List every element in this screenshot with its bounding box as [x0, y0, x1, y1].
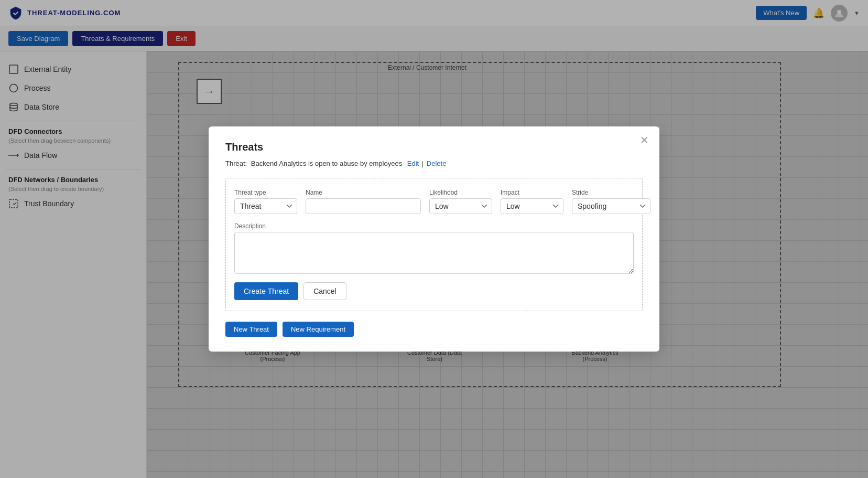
form-row-1: Threat type Threat Vulnerability Control…: [234, 189, 634, 214]
threat-description: Backend Analytics is open to abuse by em…: [251, 160, 402, 167]
impact-select[interactable]: Low Medium High: [501, 198, 563, 214]
new-threat-button[interactable]: New Threat: [225, 322, 277, 337]
separator: |: [422, 160, 424, 167]
likelihood-label: Likelihood: [429, 189, 492, 196]
modal-title: Threats: [225, 141, 643, 153]
cancel-button[interactable]: Cancel: [303, 282, 346, 300]
impact-group: Impact Low Medium High: [501, 189, 563, 214]
stride-select[interactable]: Spoofing Tampering Repudiation Informati…: [572, 198, 650, 214]
impact-label: Impact: [501, 189, 563, 196]
description-label: Description: [234, 222, 634, 230]
delete-link[interactable]: Delete: [427, 160, 447, 167]
threat-type-group: Threat type Threat Vulnerability Control: [234, 189, 297, 214]
form-area: Threat type Threat Vulnerability Control…: [225, 178, 643, 311]
edit-link[interactable]: Edit: [407, 160, 419, 167]
likelihood-select[interactable]: Low Medium High: [429, 198, 492, 214]
modal-footer: New Threat New Requirement: [225, 322, 643, 337]
modal-overlay: Threats ✕ Threat: Backend Analytics is o…: [0, 0, 868, 478]
likelihood-group: Likelihood Low Medium High: [429, 189, 492, 214]
new-requirement-button[interactable]: New Requirement: [283, 322, 354, 337]
name-input[interactable]: [306, 198, 421, 214]
modal-threat-info: Threat: Backend Analytics is open to abu…: [225, 160, 643, 167]
description-textarea[interactable]: [234, 232, 634, 274]
threats-modal: Threats ✕ Threat: Backend Analytics is o…: [209, 126, 659, 352]
threat-info-prefix: Threat:: [225, 160, 247, 167]
threat-type-label: Threat type: [234, 189, 297, 196]
threat-type-select[interactable]: Threat Vulnerability Control: [234, 198, 297, 214]
name-group: Name: [306, 189, 421, 214]
description-group: Description: [234, 222, 634, 274]
name-label: Name: [306, 189, 421, 196]
stride-group: Stride Spoofing Tampering Repudiation In…: [572, 189, 650, 214]
stride-label: Stride: [572, 189, 650, 196]
create-threat-button[interactable]: Create Threat: [234, 282, 298, 300]
form-actions: Create Threat Cancel: [234, 282, 634, 300]
modal-close-button[interactable]: ✕: [640, 135, 649, 145]
